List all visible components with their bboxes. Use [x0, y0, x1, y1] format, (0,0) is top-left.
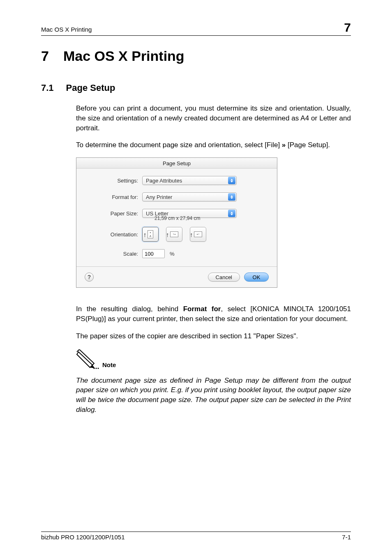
chapter-number: 7 [41, 48, 49, 64]
chevron-updown-icon [228, 177, 235, 184]
page-setup-dialog: Page Setup Settings: Page Attributes For… [76, 157, 277, 288]
arrow-up-icon: ↑ [190, 231, 193, 238]
settings-label: Settings: [85, 178, 142, 184]
format-for-bold: Format for [183, 305, 221, 313]
scale-label: Scale: [85, 251, 142, 257]
svg-point-2 [97, 367, 99, 369]
cancel-button[interactable]: Cancel [208, 273, 240, 282]
help-button[interactable]: ? [85, 273, 94, 282]
arrow-up-icon: ↑ [166, 231, 169, 238]
footer-page-number: 7-1 [342, 534, 351, 541]
paper-size-label: Paper Size: [85, 210, 142, 217]
svg-point-1 [95, 367, 97, 369]
dialog-title: Page Setup [76, 158, 277, 169]
section-title-text: Page Setup [66, 83, 115, 93]
arrow-up-icon: ↑ [143, 231, 147, 238]
orientation-label: Orientation: [85, 231, 142, 238]
orientation-group: ↑ •∧ ↑ ›• ↑ [142, 227, 206, 242]
section-heading: 7.1 Page Setup [41, 83, 351, 93]
landscape-left-page-icon: ›• [170, 231, 178, 237]
format-for-label: Format for: [85, 194, 142, 200]
orientation-portrait-button[interactable]: ↑ •∧ [142, 227, 159, 242]
format-for-value: Any Printer [146, 194, 172, 200]
scale-unit: % [170, 251, 175, 257]
header-left: Mac OS X Printing [41, 26, 92, 33]
settings-value: Page Attributes [146, 178, 182, 184]
svg-point-0 [93, 367, 95, 369]
landscape-right-page-icon: •‹ [194, 231, 202, 237]
note-text: The document page size as defined in Pag… [76, 376, 351, 415]
running-footer: bizhub PRO 1200/1200P/1051 7-1 [41, 532, 351, 541]
menu-arrow: » [282, 141, 286, 149]
note-pencil-icon [76, 349, 101, 370]
paragraph-paper-sizes: The paper sizes of the copier are descri… [76, 331, 351, 341]
paragraph-intro: Before you can print a document, you mus… [76, 104, 351, 133]
header-chapter-number: 7 [344, 21, 351, 35]
running-header: Mac OS X Printing 7 [41, 21, 351, 36]
page-setup-dialog-screenshot: Page Setup Settings: Page Attributes For… [76, 157, 351, 288]
format-for-select[interactable]: Any Printer [142, 192, 237, 201]
footer-product: bizhub PRO 1200/1200P/1051 [41, 534, 125, 541]
settings-select[interactable]: Page Attributes [142, 176, 237, 185]
p3-prefix: In the resulting dialog, behind [76, 305, 183, 313]
portrait-page-icon: •∧ [148, 230, 153, 238]
p2-suffix: [Page Setup]. [286, 141, 330, 149]
chapter-heading: 7 Mac OS X Printing [41, 48, 351, 64]
section-number: 7.1 [41, 83, 54, 93]
scale-input[interactable] [142, 249, 165, 258]
orientation-landscape-right-button[interactable]: ↑ •‹ [190, 227, 206, 242]
p2-prefix: To determine the document page size and … [76, 141, 282, 149]
note-label: Note [102, 361, 116, 370]
chevron-updown-icon [228, 210, 235, 217]
paragraph-instruction: To determine the document page size and … [76, 140, 351, 150]
paragraph-result: In the resulting dialog, behind Format f… [76, 304, 351, 324]
note-block: Note [76, 349, 351, 370]
orientation-landscape-left-button[interactable]: ↑ ›• [166, 227, 182, 242]
ok-button[interactable]: OK [244, 273, 269, 282]
chapter-title-text: Mac OS X Printing [63, 48, 184, 64]
chevron-updown-icon [228, 193, 235, 201]
